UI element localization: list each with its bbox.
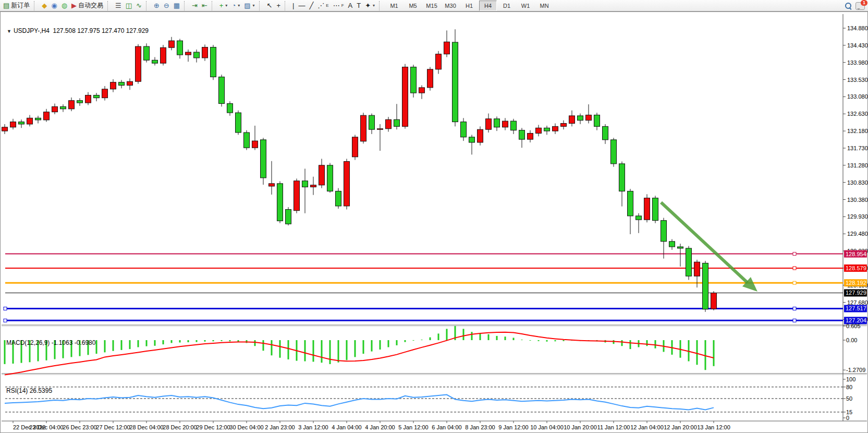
text-button[interactable]: A: [346, 1, 355, 11]
candlestick[interactable]: [586, 115, 592, 120]
shapes-button[interactable]: ✦▾: [363, 1, 377, 11]
candlestick[interactable]: [144, 46, 150, 60]
candlestick[interactable]: [486, 119, 492, 129]
candlestick[interactable]: [611, 140, 617, 164]
candlestick[interactable]: [711, 293, 717, 309]
line-handle[interactable]: [4, 319, 7, 322]
candlestick[interactable]: [678, 247, 683, 248]
chart-shift-button[interactable]: ⇤: [200, 1, 210, 11]
candlestick[interactable]: [10, 122, 16, 127]
candlestick[interactable]: [261, 140, 266, 178]
candlestick[interactable]: [603, 126, 608, 140]
zoom-out-button[interactable]: ⊖: [162, 1, 172, 11]
line-chart-button[interactable]: ∿: [134, 1, 144, 11]
line-handle[interactable]: [4, 307, 7, 310]
line-handle[interactable]: [793, 281, 796, 284]
candlestick[interactable]: [219, 77, 225, 103]
candlestick[interactable]: [27, 118, 33, 124]
candlestick[interactable]: [127, 81, 133, 85]
candlestick[interactable]: [319, 165, 325, 185]
candlestick[interactable]: [77, 101, 83, 103]
timeframe-button-M30[interactable]: M30: [442, 1, 459, 11]
cursor-button[interactable]: ↖: [265, 1, 275, 11]
candlestick[interactable]: [336, 191, 341, 206]
candlestick[interactable]: [644, 198, 650, 220]
candlestick[interactable]: [352, 137, 358, 157]
candlestick[interactable]: [119, 82, 125, 86]
timeframe-button-M1[interactable]: M1: [385, 1, 403, 11]
candlestick[interactable]: [161, 47, 166, 63]
line-handle[interactable]: [793, 307, 796, 310]
candlestick[interactable]: [686, 248, 692, 276]
line-handle[interactable]: [793, 252, 796, 256]
timeframe-button-M5[interactable]: M5: [404, 1, 422, 11]
candlestick[interactable]: [361, 115, 366, 141]
line-handle[interactable]: [793, 319, 796, 322]
candlestick[interactable]: [511, 121, 517, 130]
candlestick[interactable]: [252, 141, 258, 148]
timeframe-button-H1[interactable]: H1: [460, 1, 478, 11]
candlestick[interactable]: [244, 133, 250, 148]
crosshair-button[interactable]: +: [274, 1, 283, 11]
candlestick[interactable]: [536, 128, 542, 133]
candlestick[interactable]: [152, 60, 158, 63]
candlestick[interactable]: [236, 113, 241, 133]
candlestick[interactable]: [519, 130, 525, 140]
candlestick[interactable]: [44, 112, 50, 120]
candlestick[interactable]: [619, 164, 625, 191]
timeframe-button-W1[interactable]: W1: [517, 1, 534, 11]
candlestick[interactable]: [578, 116, 583, 121]
templates-button[interactable]: ▨▾: [242, 1, 256, 11]
new-chart-button[interactable]: +▾: [217, 1, 230, 11]
candlestick[interactable]: [503, 121, 508, 127]
horizontal-line-button[interactable]: —: [296, 1, 307, 11]
candlestick[interactable]: [528, 133, 533, 139]
candlestick[interactable]: [394, 119, 400, 126]
signals-button[interactable]: ◍: [59, 1, 69, 11]
candlestick[interactable]: [453, 42, 458, 122]
candlestick[interactable]: [136, 46, 141, 81]
candlestick[interactable]: [703, 263, 708, 309]
candlestick[interactable]: [636, 216, 642, 220]
candlestick[interactable]: [269, 184, 275, 186]
candlestick[interactable]: [169, 41, 175, 47]
vertical-line-button[interactable]: |: [290, 1, 296, 11]
candlestick[interactable]: [444, 42, 450, 54]
candlestick[interactable]: [202, 47, 208, 58]
candlestick[interactable]: [461, 122, 467, 137]
candlestick[interactable]: [60, 106, 66, 109]
notifications-button[interactable]: 1: [855, 2, 865, 10]
equidistant-channel-button[interactable]: ⋰E: [315, 1, 331, 11]
fibonacci-button[interactable]: ⋯F: [331, 1, 346, 11]
candlestick[interactable]: [436, 54, 442, 69]
candlestick[interactable]: [227, 104, 233, 113]
search-button[interactable]: [845, 3, 851, 9]
candlestick[interactable]: [186, 52, 191, 55]
candlestick[interactable]: [427, 69, 433, 88]
candlestick[interactable]: [211, 47, 216, 77]
candlestick[interactable]: [411, 67, 417, 93]
timeframe-button-M15[interactable]: M15: [423, 1, 441, 11]
candlestick[interactable]: [302, 181, 308, 187]
candlestick[interactable]: [653, 198, 658, 221]
bar-chart-button[interactable]: ☰: [113, 1, 124, 11]
candlestick[interactable]: [35, 118, 41, 120]
candlestick[interactable]: [377, 129, 383, 130]
trendline-button[interactable]: ╱: [307, 1, 315, 11]
candlestick-chart-button[interactable]: ◫: [124, 1, 134, 11]
candlestick[interactable]: [661, 221, 667, 242]
candlestick[interactable]: [544, 128, 550, 131]
timeframe-button-D1[interactable]: D1: [498, 1, 516, 11]
candlestick[interactable]: [569, 116, 575, 124]
label-button[interactable]: T: [354, 1, 363, 11]
auto-scroll-button[interactable]: ⇥: [190, 1, 200, 11]
candlestick[interactable]: [294, 181, 300, 211]
candlestick[interactable]: [69, 101, 75, 109]
candlestick[interactable]: [94, 95, 100, 98]
candlestick[interactable]: [311, 185, 316, 187]
candlestick[interactable]: [194, 52, 200, 58]
candlestick[interactable]: [478, 129, 483, 142]
candlestick[interactable]: [553, 126, 558, 131]
candlestick[interactable]: [52, 106, 58, 112]
new-order-button[interactable]: ▤新订单: [1, 1, 32, 11]
